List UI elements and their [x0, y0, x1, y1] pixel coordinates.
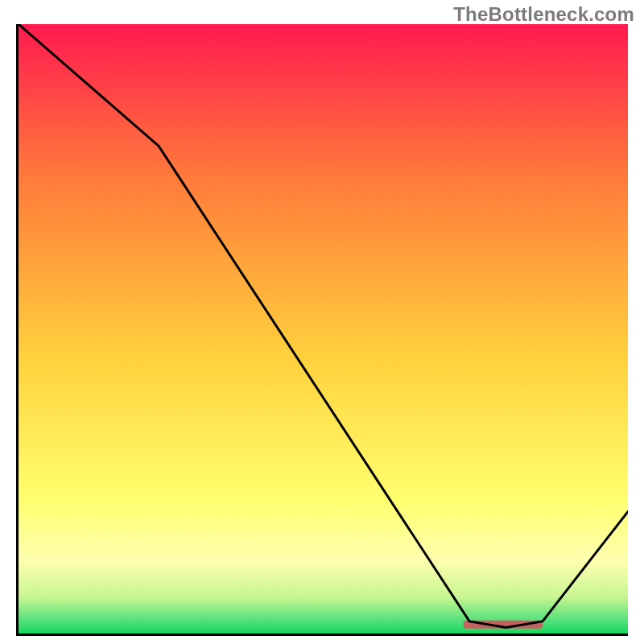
gradient-background: [19, 24, 628, 634]
chart-svg: [19, 24, 628, 634]
plot-area: [16, 24, 628, 636]
chart-frame: TheBottleneck.com: [0, 0, 644, 644]
watermark-text: TheBottleneck.com: [453, 3, 634, 26]
